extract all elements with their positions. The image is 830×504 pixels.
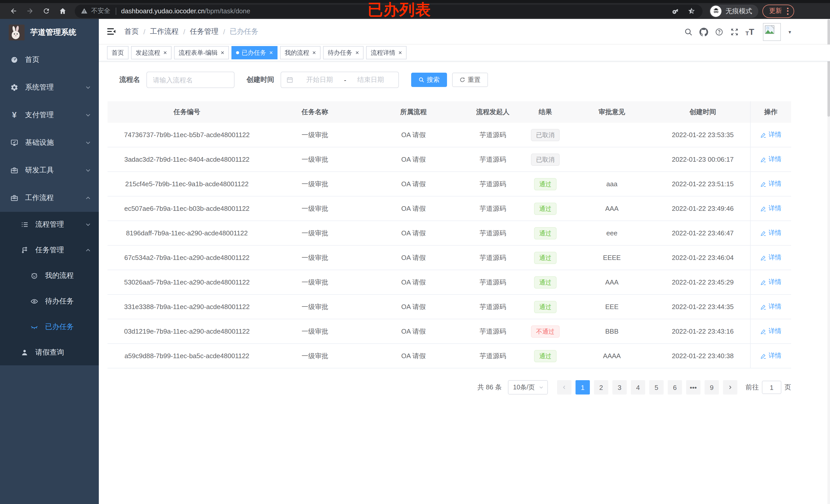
calendar-icon [286,76,293,83]
tab-my-process[interactable]: 我的流程 × [280,46,321,59]
tab-close-icon[interactable]: × [312,49,316,56]
browser-home-icon[interactable] [54,4,71,18]
detail-link[interactable]: 详情 [760,155,781,164]
sidebar-item-todo-tasks[interactable]: 待办任务 [0,289,99,314]
tab-close-icon[interactable]: × [355,49,359,56]
password-key-icon[interactable] [670,6,681,16]
github-icon[interactable] [699,27,708,36]
detail-link[interactable]: 详情 [760,351,781,360]
toolbox-icon [10,194,19,202]
detail-link[interactable]: 详情 [760,229,781,237]
breadcrumb-home[interactable]: 首页 [124,27,139,36]
sidebar-item-devtools[interactable]: 研发工具 [0,157,99,184]
cell-starter: 芋道源码 [464,130,522,139]
cell-task-id: 03d1219e-7b9a-11ec-a290-acde48001122 [107,328,266,335]
avatar[interactable] [763,23,781,41]
sidebar-item-task-management[interactable]: 任务管理 [0,237,99,263]
page-button[interactable]: 6 [668,380,682,395]
next-page-button[interactable] [723,380,737,395]
sidebar-item-leave-query[interactable]: 请假查询 [0,340,99,365]
browser-update-button[interactable]: 更新 [762,4,794,18]
breadcrumb-separator: / [143,27,146,36]
tab-close-icon[interactable]: × [398,49,402,56]
bookmark-star-icon[interactable] [688,7,695,15]
cell-task-id: 53026aa5-7b9a-11ec-a290-acde48001122 [107,278,266,286]
date-range-picker[interactable]: 开始日期 - 结束日期 [280,72,398,88]
detail-link[interactable]: 详情 [760,179,781,188]
cell-starter: 芋道源码 [464,179,522,189]
detail-link[interactable]: 详情 [760,327,781,336]
col-actions: 操作 [750,101,791,123]
eye-open-icon [30,297,39,305]
font-size-icon[interactable]: TT [745,27,754,36]
search-icon[interactable] [684,27,693,36]
tab-close-icon[interactable]: × [269,49,273,56]
sidebar-item-payment[interactable]: ¥ 支付管理 [0,101,99,129]
robot-face-icon [30,272,39,280]
cell-task-name: 一级审批 [266,351,363,361]
sidebar-item-done-tasks[interactable]: 已办任务 [0,314,99,340]
cell-task-id: 8196daff-7b9a-11ec-a290-acde48001122 [107,229,266,237]
cell-task-name: 一级审批 [266,253,363,262]
sidebar-item-system[interactable]: 系统管理 [0,74,99,101]
detail-link[interactable]: 详情 [760,204,781,213]
tab-close-icon[interactable]: × [221,49,224,56]
goto-page-input[interactable] [762,381,781,394]
avatar-caret-icon[interactable]: ▾ [789,29,791,35]
tab-done-tasks[interactable]: 已办任务 × [231,46,278,59]
cell-task-id: ec507ae6-7b9a-11ec-b03b-acde48001122 [107,205,266,212]
annotation-overlay: 已办列表 [368,1,431,19]
page-button[interactable]: 5 [649,380,664,395]
page-button[interactable]: 1 [576,380,590,395]
reset-button[interactable]: 重置 [452,73,488,87]
prev-page-button[interactable] [557,380,571,395]
cell-process: OA 请假 [363,351,464,361]
process-name-input[interactable] [146,72,234,88]
breadcrumb-separator: / [223,27,225,36]
fullscreen-icon[interactable] [730,27,739,36]
tab-todo-tasks[interactable]: 待办任务 × [323,46,363,59]
search-button[interactable]: 搜索 [411,73,447,87]
browser-forward-icon[interactable] [22,4,38,18]
page-button[interactable]: 2 [594,380,608,395]
sidebar-toggle-icon[interactable] [106,27,116,36]
breadcrumb-task-management[interactable]: 任务管理 [190,27,219,36]
page-button[interactable]: 4 [631,380,645,395]
browser-back-icon[interactable] [5,4,22,18]
sidebar-item-workflow[interactable]: 工作流程 [0,184,99,212]
detail-link[interactable]: 详情 [760,278,781,287]
tab-form-edit[interactable]: 流程表单-编辑 × [174,46,229,59]
cell-comment: aaa [568,180,656,188]
breadcrumb-workflow[interactable]: 工作流程 [150,27,179,36]
security-label[interactable]: 不安全 [91,7,110,15]
browser-chrome: 不安全 dashboard.yudao.iocoder.cn/bpm/task/… [0,0,830,19]
cell-comment: BBB [568,328,656,335]
detail-link[interactable]: 详情 [760,131,781,139]
tab-process-detail[interactable]: 流程详情 × [366,46,407,59]
browser-reload-icon[interactable] [38,4,54,18]
browser-menu-icon[interactable] [785,7,791,14]
dashboard-icon [10,56,19,64]
page-scrollbar[interactable] [827,19,830,504]
scrollbar-thumb[interactable] [827,20,830,117]
cell-task-name: 一级审批 [266,229,363,238]
tab-home[interactable]: 首页 [107,46,129,59]
address-divider [116,7,116,14]
page-button[interactable]: 3 [612,380,627,395]
date-separator: - [344,76,346,83]
table-row: 67c534a2-7b9a-11ec-a290-acde48001122 一级审… [107,246,791,270]
tab-close-icon[interactable]: × [163,49,167,56]
tab-start-process[interactable]: 发起流程 × [131,46,171,59]
sidebar-item-process-management[interactable]: 流程管理 [0,212,99,237]
app-logo [9,25,25,40]
sidebar-item-my-process[interactable]: 我的流程 [0,263,99,289]
page-size-select[interactable]: 10条/页 [508,380,548,395]
detail-link[interactable]: 详情 [760,253,781,262]
create-time-label: 创建时间 [247,75,274,85]
page-button[interactable]: 9 [705,380,719,395]
more-pages-button[interactable]: ••• [686,380,700,395]
sidebar-item-infrastructure[interactable]: 基础设施 [0,129,99,157]
help-icon[interactable] [715,27,724,36]
detail-link[interactable]: 详情 [760,302,781,311]
sidebar-item-home[interactable]: 首页 [0,46,99,74]
